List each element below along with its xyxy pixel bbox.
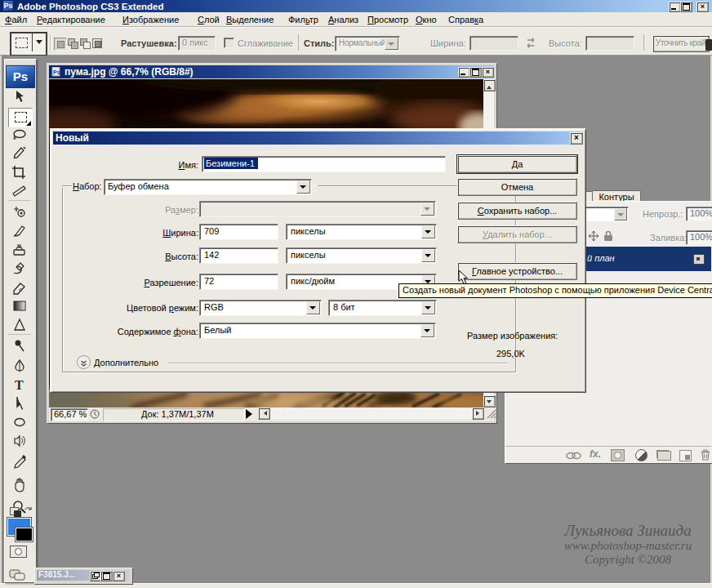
svg-text:T: T xyxy=(15,378,24,392)
svg-text:Ps: Ps xyxy=(53,69,60,75)
